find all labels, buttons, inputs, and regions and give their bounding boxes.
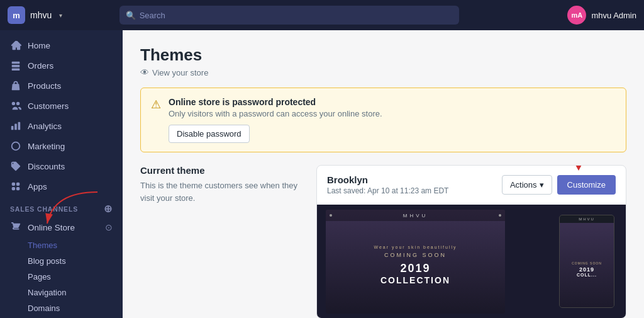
theme-saved: Last saved: Apr 10 at 11:23 am EDT xyxy=(327,186,448,195)
sidebar-item-apps-label: Apps xyxy=(28,182,47,191)
apps-icon xyxy=(10,181,21,192)
banner-description: Only visitors with a password can access… xyxy=(169,109,382,118)
desktop-preview-bar: MHVU xyxy=(326,210,505,221)
mobile-brand: MHVU xyxy=(562,217,611,221)
store-dropdown-icon[interactable]: ▾ xyxy=(59,12,62,19)
sub-item-themes[interactable]: Themes xyxy=(0,237,123,253)
sidebar-item-customers-label: Customers xyxy=(28,101,69,111)
mobile-preview-content: COMING SOON 2019 COLL... xyxy=(560,223,614,308)
actions-label: Actions xyxy=(510,180,537,190)
desktop-preview-content: Wear your skin beautifully COMING SOON 2… xyxy=(326,210,505,314)
user-area: mA mhvu Admin xyxy=(567,6,636,25)
sales-channels-label: SALES CHANNELS xyxy=(10,205,78,213)
sidebar-item-analytics-label: Analytics xyxy=(28,122,62,131)
top-nav: m mhvu ▾ 🔍 mA mhvu Admin xyxy=(0,0,644,30)
current-theme-description: This is the theme customers see when the… xyxy=(140,179,304,204)
sidebar-item-discounts-label: Discounts xyxy=(28,162,65,171)
sub-item-pages[interactable]: Pages xyxy=(0,269,123,285)
sub-item-navigation-label: Navigation xyxy=(28,288,66,297)
desktop-brand: MHVU xyxy=(335,213,496,219)
mobile-collection: COLL... xyxy=(577,273,597,277)
store-logo[interactable]: m xyxy=(8,6,25,24)
user-name: mhvu Admin xyxy=(591,11,636,20)
sub-item-pages-label: Pages xyxy=(28,272,51,281)
online-store-sub-items: Themes Blog posts Pages Navigation Domai… xyxy=(0,237,123,318)
orders-icon xyxy=(10,60,21,71)
theme-section: Current theme This is the theme customer… xyxy=(140,165,626,318)
sidebar-item-discounts[interactable]: Discounts xyxy=(0,156,123,176)
sidebar-item-apps[interactable]: Apps xyxy=(0,176,123,196)
sidebar-item-analytics[interactable]: Analytics xyxy=(0,116,123,136)
mobile-preview: MHVU COMING SOON 2019 COLL... xyxy=(559,215,614,308)
desktop-preview: MHVU Wear your skin beautifully COMING S… xyxy=(326,210,505,314)
preview-collection: COLLECTION xyxy=(380,275,450,285)
sub-item-navigation[interactable]: Navigation xyxy=(0,285,123,300)
actions-chevron-icon: ▾ xyxy=(540,180,544,190)
sub-item-themes-label: Themes xyxy=(28,241,57,250)
sub-item-domains[interactable]: Domains xyxy=(0,300,123,316)
home-icon xyxy=(10,40,21,51)
current-theme-title: Current theme xyxy=(140,165,304,176)
sidebar-item-customers[interactable]: Customers xyxy=(0,96,123,116)
preview-subtitle: Wear your skin beautifully xyxy=(374,245,457,249)
online-store-label: Online Store xyxy=(28,223,75,232)
sidebar-item-orders-label: Orders xyxy=(28,61,53,71)
sales-channels-section: SALES CHANNELS ⊕ xyxy=(0,196,123,217)
search-input[interactable] xyxy=(140,11,453,20)
sidebar-item-marketing[interactable]: Marketing xyxy=(0,136,123,156)
online-store-settings-icon[interactable]: ⊙ xyxy=(105,222,113,232)
online-store-icon xyxy=(10,222,21,233)
store-name[interactable]: mhvu xyxy=(30,10,52,20)
page-title: Themes xyxy=(140,45,626,65)
store-initials: m xyxy=(13,11,20,20)
eye-icon: 👁 xyxy=(140,67,149,77)
sub-item-blog-posts-label: Blog posts xyxy=(28,256,66,266)
customers-icon xyxy=(10,100,21,111)
warning-icon: ⚠ xyxy=(151,98,161,111)
marketing-icon xyxy=(10,140,21,152)
mobile-year: 2019 xyxy=(579,266,594,273)
actions-button[interactable]: Actions ▾ xyxy=(502,175,552,195)
theme-actions: Actions ▾ Customize xyxy=(502,175,616,195)
mobile-preview-bar: MHVU xyxy=(560,215,614,223)
avatar[interactable]: mA xyxy=(567,6,586,25)
sidebar-item-products-label: Products xyxy=(28,81,61,91)
search-bar[interactable]: 🔍 xyxy=(119,6,459,25)
preview-year: 2019 xyxy=(400,262,430,275)
sub-item-blog-posts[interactable]: Blog posts xyxy=(0,253,123,269)
disable-password-button[interactable]: Disable password xyxy=(169,125,250,143)
sidebar: Home Orders Products Customers Analytics xyxy=(0,30,123,318)
password-banner: ⚠ Online store is password protected Onl… xyxy=(140,88,626,152)
sidebar-item-products[interactable]: Products xyxy=(0,76,123,96)
sub-item-domains-label: Domains xyxy=(28,304,60,313)
theme-info: Brooklyn Last saved: Apr 10 at 11:23 am … xyxy=(327,174,448,195)
nav-dot-1 xyxy=(330,214,332,217)
theme-preview: MHVU Wear your skin beautifully COMING S… xyxy=(317,205,626,318)
current-theme-info: Current theme This is the theme customer… xyxy=(140,165,304,318)
sidebar-item-home-label: Home xyxy=(28,41,50,50)
sidebar-item-online-store[interactable]: Online Store ⊙ xyxy=(0,217,123,237)
user-initials: mA xyxy=(572,11,583,19)
main-content: Themes 👁 View your store ⚠ Online store … xyxy=(123,30,644,318)
customize-button[interactable]: Customize xyxy=(557,175,616,195)
discounts-icon xyxy=(10,161,21,172)
search-icon: 🔍 xyxy=(126,11,136,20)
add-sales-channel-icon[interactable]: ⊕ xyxy=(104,203,113,215)
theme-card: Brooklyn Last saved: Apr 10 at 11:23 am … xyxy=(316,165,626,318)
preview-coming-soon: COMING SOON xyxy=(384,252,447,258)
products-icon xyxy=(10,80,21,91)
view-store-label: View your store xyxy=(152,68,208,77)
banner-title: Online store is password protected xyxy=(169,97,382,107)
theme-name: Brooklyn xyxy=(327,174,448,185)
view-store-link[interactable]: 👁 View your store xyxy=(140,67,626,77)
sidebar-item-orders[interactable]: Orders xyxy=(0,55,123,76)
banner-content: Online store is password protected Only … xyxy=(169,97,382,143)
mobile-coming-soon: COMING SOON xyxy=(572,261,602,265)
analytics-icon xyxy=(10,120,21,132)
sidebar-item-home[interactable]: Home xyxy=(0,35,123,55)
theme-card-header: Brooklyn Last saved: Apr 10 at 11:23 am … xyxy=(317,166,626,205)
sidebar-item-marketing-label: Marketing xyxy=(28,142,65,151)
nav-dot-2 xyxy=(499,214,501,217)
